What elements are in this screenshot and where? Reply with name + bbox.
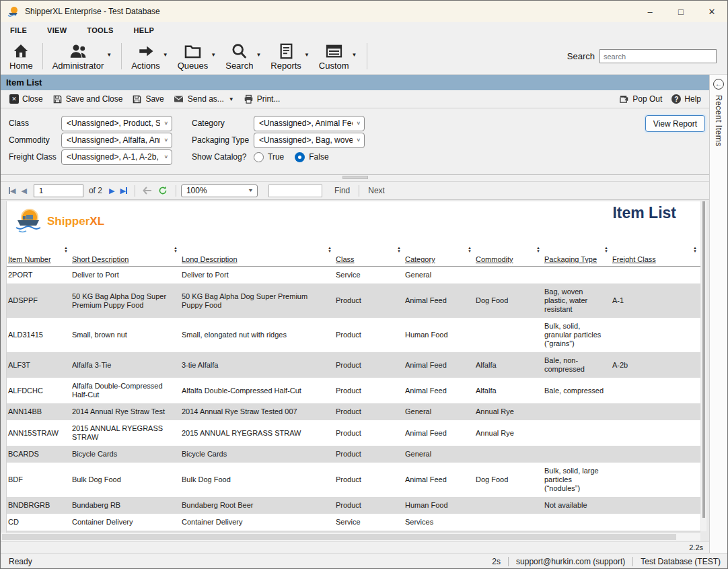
table-cell: Container Delivery bbox=[182, 514, 336, 531]
menu-help[interactable]: HELP bbox=[134, 26, 155, 34]
save-and-close-button[interactable]: Save and Close bbox=[48, 93, 128, 106]
table-cell: General bbox=[405, 403, 476, 420]
table-cell bbox=[544, 403, 612, 420]
column-header[interactable]: ▲▼Freight Class bbox=[612, 244, 700, 267]
chevron-down-icon: ▼ bbox=[106, 52, 112, 58]
actions-button[interactable]: Actions ▼ bbox=[126, 40, 173, 73]
sort-icon: ▲▼ bbox=[468, 246, 472, 253]
search-button[interactable]: Search ▼ bbox=[221, 40, 266, 73]
report-title: Item List bbox=[612, 204, 676, 222]
report-page: ShipperXL Item List ▲▼Item Number▲▼Short… bbox=[6, 201, 700, 533]
scrollbar-thumb[interactable] bbox=[702, 201, 705, 518]
horizontal-scrollbar[interactable] bbox=[1, 533, 700, 541]
menu-view[interactable]: VIEW bbox=[47, 26, 67, 34]
table-cell: Dog Food bbox=[476, 463, 544, 497]
minimize-button[interactable]: – bbox=[634, 1, 665, 22]
category-dropdown[interactable]: <Unassigned>, Animal Feed ∨ bbox=[254, 116, 365, 131]
report-viewport: ShipperXL Item List ▲▼Item Number▲▼Short… bbox=[1, 200, 710, 541]
panel-action-bar: ✕ Close Save and Close Save Send as... ▼… bbox=[1, 90, 710, 108]
column-header[interactable]: ▲▼Long Description bbox=[182, 244, 336, 267]
class-dropdown[interactable]: <Unassigned>, Product, Ser ∨ bbox=[61, 116, 172, 131]
table-row: 2PORTDeliver to PortDeliver to PortServi… bbox=[7, 267, 700, 284]
show-catalog-options: True False bbox=[254, 152, 329, 162]
back-button[interactable] bbox=[143, 187, 152, 195]
table-cell bbox=[476, 446, 544, 463]
table-cell bbox=[476, 514, 544, 531]
last-page-button[interactable]: ▶ bbox=[120, 187, 126, 195]
table-cell: General bbox=[405, 446, 476, 463]
close-button[interactable]: ✕ Close bbox=[5, 93, 48, 105]
status-user: support@hurkin.com (support) bbox=[516, 557, 625, 566]
table-cell: Alfalfa Double-Compressed Half-Cut bbox=[182, 378, 336, 403]
close-window-button[interactable]: ✕ bbox=[696, 1, 727, 22]
menu-file[interactable]: FILE bbox=[10, 26, 27, 34]
app-logo-icon bbox=[7, 6, 20, 17]
status-right: 2s support@hurkin.com (support) Test Dat… bbox=[492, 557, 721, 566]
filter-row-3: Freight Class <Unassigned>, A-1, A-2b, S… bbox=[9, 149, 641, 165]
status-separator bbox=[508, 557, 509, 566]
custom-button[interactable]: Custom ▼ bbox=[314, 40, 362, 73]
print-button[interactable]: Print... bbox=[239, 93, 285, 106]
splitter[interactable] bbox=[1, 175, 710, 181]
table-cell: Product bbox=[336, 497, 405, 514]
queues-button[interactable]: Queues ▼ bbox=[173, 40, 221, 73]
view-report-button[interactable]: View Report bbox=[645, 115, 705, 132]
ship-logo-icon bbox=[13, 208, 44, 235]
send-as-button[interactable]: Send as... ▼ bbox=[169, 93, 239, 105]
table-cell: Animal Feed bbox=[405, 352, 476, 378]
page-number-input[interactable] bbox=[34, 185, 83, 197]
commodity-dropdown[interactable]: <Unassigned>, Alfalfa, Ann ∨ bbox=[61, 133, 172, 148]
find-button[interactable]: Find bbox=[334, 186, 350, 195]
table-cell: ADSPPF bbox=[7, 283, 72, 318]
column-header[interactable]: ▲▼Item Number bbox=[7, 244, 72, 267]
logo-text: ShipperXL bbox=[47, 215, 104, 228]
help-icon: ? bbox=[671, 94, 681, 104]
chevron-down-icon: ▼ bbox=[211, 52, 216, 58]
column-header[interactable]: ▲▼Class bbox=[336, 244, 405, 267]
column-header[interactable]: ▲▼Commodity bbox=[476, 244, 544, 267]
save-button[interactable]: Save bbox=[127, 93, 168, 106]
radio-false[interactable] bbox=[295, 152, 305, 162]
table-cell: 2014 Annual Rye Straw Test bbox=[72, 403, 182, 420]
radio-true[interactable] bbox=[254, 152, 264, 162]
first-page-button[interactable]: ◀ bbox=[9, 187, 15, 195]
table-row: CDContainer DeliveryContainer DeliverySe… bbox=[7, 514, 700, 531]
menu-tools[interactable]: TOOLS bbox=[87, 26, 113, 34]
table-cell: 50 KG Bag Alpha Dog Super Premium Puppy … bbox=[72, 283, 182, 318]
recent-items-panel[interactable]: ← Recent Items bbox=[709, 75, 727, 553]
packaging-type-dropdown[interactable]: <Unassigned>, Bag, woven ∨ bbox=[254, 133, 365, 148]
recent-items-label: Recent Items bbox=[714, 95, 723, 147]
search-input[interactable] bbox=[599, 49, 717, 63]
maximize-button[interactable]: □ bbox=[665, 1, 696, 22]
save-icon bbox=[132, 94, 142, 104]
pop-out-button[interactable]: Pop Out bbox=[614, 93, 667, 105]
freight-class-dropdown[interactable]: <Unassigned>, A-1, A-2b, S ∨ bbox=[61, 149, 172, 165]
table-cell: Product bbox=[336, 403, 405, 420]
column-header[interactable]: ▲▼Packaging Type bbox=[544, 244, 612, 267]
column-header[interactable]: ▲▼Category bbox=[405, 244, 476, 267]
next-page-button[interactable]: ▶ bbox=[109, 187, 114, 195]
table-header-row: ▲▼Item Number▲▼Short Description▲▼Long D… bbox=[7, 244, 700, 267]
zoom-dropdown[interactable]: 100% ▼ bbox=[181, 185, 258, 197]
table-row: BDFBulk Dog FoodBulk Dog FoodProductAnim… bbox=[7, 463, 700, 497]
home-button[interactable]: Home bbox=[5, 40, 38, 73]
refresh-button[interactable] bbox=[157, 185, 168, 196]
table-row: BNDBRGRBBundaberg RBBundaberg Root BeerP… bbox=[7, 497, 700, 514]
table-cell bbox=[612, 497, 700, 514]
scrollbar-thumb[interactable] bbox=[2, 534, 676, 540]
administrator-button[interactable]: Administrator ▼ bbox=[48, 40, 117, 73]
table-row: ANN15STRAW2015 ANNUAL RYEGRASS STRAW2015… bbox=[7, 420, 700, 446]
column-header[interactable]: ▲▼Short Description bbox=[72, 244, 182, 267]
find-input[interactable] bbox=[268, 185, 322, 197]
vertical-scrollbar[interactable] bbox=[701, 201, 706, 531]
previous-page-button[interactable]: ◀ bbox=[21, 187, 26, 195]
column-header-label: Commodity bbox=[476, 255, 513, 263]
reports-button[interactable]: Reports ▼ bbox=[266, 40, 314, 73]
table-cell: Service bbox=[336, 514, 405, 531]
expand-left-icon[interactable]: ← bbox=[713, 79, 724, 90]
toolbar-separator bbox=[359, 185, 359, 197]
table-cell: ALFDCHC bbox=[7, 378, 72, 403]
help-button[interactable]: ? Help bbox=[667, 93, 706, 105]
table-row: ADSPPF50 KG Bag Alpha Dog Super Premium … bbox=[7, 283, 700, 318]
next-find-button[interactable]: Next bbox=[368, 186, 385, 195]
